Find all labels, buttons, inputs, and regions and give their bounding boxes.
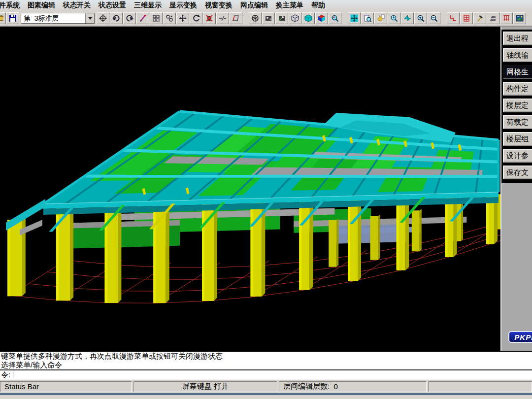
nav-member-define[interactable]: 构件定 (503, 82, 532, 96)
right-menu-panel: 退出程 轴线输 网格生 构件定 楼层定 荷载定 楼层组 设计参 保存文 PKPM (500, 27, 532, 351)
menu-status-settings[interactable]: 状态设置 (95, 0, 130, 11)
wireframe-view-button[interactable] (289, 12, 301, 24)
undo-button[interactable] (110, 12, 123, 24)
layers-lines-icon (489, 14, 497, 22)
solid-cube-icon (304, 14, 312, 22)
pkpm-application-window: { "menu_bar": { "items": ["件系统","图素编辑","… (0, 0, 532, 399)
grid-icon (463, 14, 470, 22)
nav-grid-generate[interactable]: 网格生 (503, 65, 532, 79)
zoom-in-button[interactable] (414, 12, 427, 24)
magnifier-page-icon (364, 14, 371, 22)
rotate-arrow-icon (192, 14, 200, 22)
menu-display-transform[interactable]: 显示变换 (166, 0, 201, 11)
structure-3d-model (0, 27, 500, 351)
status-panel-floor-edit: 层间编辑层数: 0 (279, 381, 427, 392)
stretch-shape-button[interactable] (230, 12, 242, 24)
menu-status-toggle[interactable]: 状态开关 (59, 0, 95, 11)
menu-3d-display[interactable]: 三维显示 (130, 0, 166, 11)
magnifier-color-icon (331, 14, 339, 22)
menu-file-system[interactable]: 件系统 (0, 0, 24, 11)
hand-icon (377, 14, 385, 22)
open-file-button[interactable] (0, 12, 6, 24)
landscape-image-icon (516, 14, 524, 22)
status-panel-empty (428, 381, 532, 392)
delete-figure-icon (205, 14, 213, 22)
nav-button-stack: 退出程 轴线输 网格生 构件定 楼层定 荷载定 楼层组 设计参 保存文 (503, 32, 532, 182)
delete-element-button[interactable] (203, 12, 216, 24)
load-arrows-button[interactable] (500, 12, 513, 24)
move-button[interactable] (176, 12, 189, 24)
nodes-icon (166, 14, 173, 22)
render-image-button[interactable] (513, 12, 526, 24)
menu-bar: 件系统 图素编辑 状态开关 状态设置 三维显示 显示变换 视窗变换 网点编辑 换… (0, 0, 532, 11)
folder-icon (0, 14, 3, 22)
mesh-grid-button[interactable] (460, 12, 473, 24)
window-bottom-edge (0, 393, 532, 399)
zoom-out-icon (430, 14, 438, 22)
crosshair-icon (99, 14, 107, 22)
redo-button[interactable] (123, 12, 136, 24)
edit-brush-button[interactable] (136, 12, 149, 24)
save-file-button[interactable] (6, 12, 19, 24)
zoom-out-button[interactable] (428, 12, 440, 24)
pkpm-logo: PKPM (508, 331, 532, 343)
model-viewport[interactable] (0, 27, 500, 351)
nav-axis-input[interactable]: 轴线输 (503, 48, 532, 62)
full-extent-icon (350, 14, 358, 22)
view-person-button[interactable] (275, 12, 288, 24)
solid-view-button[interactable] (302, 12, 315, 24)
status-bar: Status Bar 屏幕键盘 打开 层间编辑层数: 0 (0, 379, 532, 393)
rendered-view-button[interactable] (315, 12, 328, 24)
zoom-extents-button[interactable] (348, 12, 361, 24)
rotate-button[interactable] (190, 12, 202, 24)
zoom-in-icon (417, 14, 425, 22)
view-orient-button[interactable] (262, 12, 275, 24)
pan-view-button[interactable] (401, 12, 414, 24)
floor-layers-button[interactable] (487, 12, 499, 24)
nav-load-define[interactable]: 荷载定 (503, 115, 532, 129)
menu-element-edit[interactable]: 图素编辑 (24, 0, 59, 11)
message-line-1: 键菜单提供多种漫游方式，再次点取漫游菜单或按钮可关闭漫游状态 (1, 352, 532, 361)
floor-layer-selector[interactable]: 第 3标准层 (21, 13, 95, 24)
wireframe-cube-icon (291, 14, 299, 22)
undo-arrow-icon (112, 14, 120, 22)
render-zoom-button[interactable] (329, 12, 341, 24)
command-prompt: 令: (1, 370, 10, 380)
break-line-icon (219, 14, 227, 22)
nav-floor-assemble[interactable]: 楼层组 (503, 132, 532, 146)
hammer-tool-button[interactable] (473, 12, 486, 24)
command-line[interactable]: 令: (0, 369, 532, 379)
floppy-disk-icon (9, 14, 17, 22)
pick-pan-button[interactable] (374, 12, 387, 24)
menu-switch-main-menu[interactable]: 换主菜单 (272, 0, 307, 11)
axis-step-button[interactable] (447, 12, 460, 24)
menu-viewport-transform[interactable]: 视窗变换 (201, 0, 236, 11)
menu-node-edit[interactable]: 网点编辑 (236, 0, 272, 11)
hammer-icon (476, 14, 484, 22)
zoom-window-button[interactable] (361, 12, 374, 24)
dropdown-arrow-button[interactable] (85, 13, 94, 23)
status-panel-name: Status Bar (0, 381, 132, 392)
nav-floor-define[interactable]: 楼层定 (503, 99, 532, 112)
break-line-button[interactable] (216, 12, 229, 24)
zoom-dynamic-button[interactable] (388, 12, 400, 24)
magnifier-plusminus-icon (390, 14, 398, 22)
toolbar: 第 3标准层 (0, 11, 532, 27)
node-edit-button[interactable] (163, 12, 176, 24)
menu-help[interactable]: 帮助 (307, 0, 329, 11)
floor-layer-value: 第 3标准层 (21, 13, 85, 23)
axis-target-button[interactable] (97, 12, 109, 24)
nav-exit-program[interactable]: 退出程 (503, 32, 532, 45)
nav-save-file[interactable]: 保存文 (503, 166, 532, 179)
message-area: 键菜单提供多种漫游方式，再次点取漫游菜单或按钮可关闭漫游状态 选择菜单/输入命令 (0, 351, 532, 369)
walk-navigate-button[interactable] (249, 12, 262, 24)
view-figure-icon (265, 14, 272, 22)
nav-design-params[interactable]: 设计参 (503, 149, 532, 163)
array-grid-button[interactable] (150, 12, 163, 24)
message-line-2: 选择菜单/输入命令 (1, 361, 532, 369)
person-view-icon (278, 14, 286, 22)
status-panel-screen-keyboard: 屏幕键盘 打开 (133, 381, 277, 392)
colored-cube-icon (318, 14, 326, 22)
load-down-arrows-icon (502, 14, 510, 22)
chevron-down-icon (88, 17, 92, 20)
